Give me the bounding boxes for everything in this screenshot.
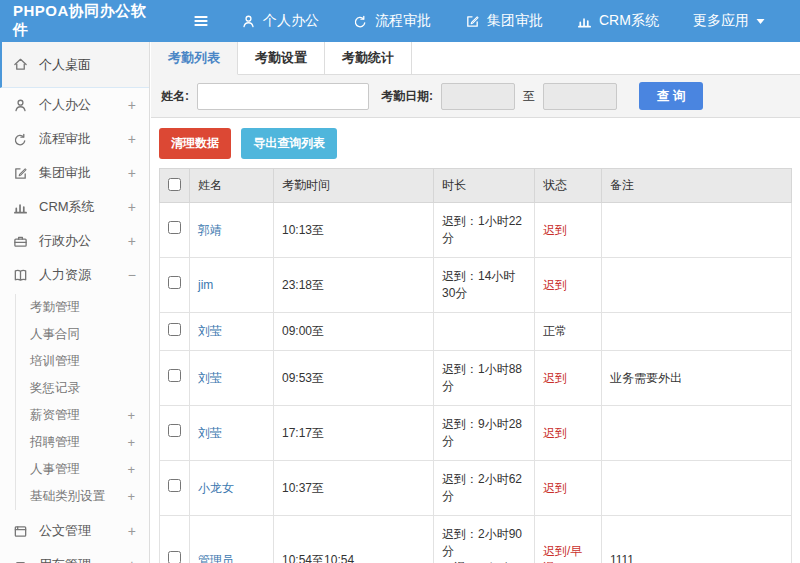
car-icon	[13, 557, 30, 563]
topnav-label: CRM系统	[599, 12, 659, 30]
clear-data-button[interactable]: 清理数据	[159, 128, 231, 159]
sidebar-subitem-label: 招聘管理	[30, 434, 80, 451]
sidebar-subitem-label: 考勤管理	[30, 299, 80, 316]
expand-toggle-icon: +	[128, 165, 136, 181]
expand-toggle-icon: +	[128, 233, 136, 249]
topnav-item-0[interactable]: 个人办公	[224, 0, 336, 42]
column-header: 备注	[602, 169, 792, 203]
table-body: 郭靖10:13至迟到：1小时22分迟到jim23:18至迟到：14小时30分迟到…	[160, 203, 792, 563]
note-cell: 1111	[602, 516, 792, 563]
row-checkbox[interactable]	[168, 221, 181, 234]
book-icon	[13, 267, 30, 283]
tab-1[interactable]: 考勤设置	[238, 42, 325, 74]
home-icon	[13, 57, 30, 73]
status-badge: 迟到	[543, 426, 567, 440]
name-input[interactable]	[197, 83, 369, 110]
sidebar-subitem-2[interactable]: 培训管理	[16, 348, 149, 375]
note-cell: 业务需要外出	[602, 351, 792, 406]
topnav-item-2[interactable]: 集团审批	[448, 0, 560, 42]
sidebar-item-3[interactable]: 集团审批+	[0, 156, 149, 190]
query-button[interactable]: 查 询	[639, 82, 703, 110]
sidebar-item-7[interactable]: 公文管理+	[0, 514, 149, 548]
topnav-label: 更多应用	[693, 12, 749, 30]
employee-name-link[interactable]: 刘莹	[198, 324, 222, 338]
time-cell: 17:17至	[274, 406, 434, 461]
row-checkbox[interactable]	[168, 424, 181, 437]
row-checkbox[interactable]	[168, 369, 181, 382]
tab-0[interactable]: 考勤列表	[151, 42, 238, 75]
row-checkbox[interactable]	[168, 479, 181, 492]
chart-icon	[13, 199, 30, 215]
tab-2[interactable]: 考勤统计	[325, 42, 412, 74]
table-header-row: 姓名考勤时间时长状态备注	[160, 169, 792, 203]
status-badge: 迟到	[543, 278, 567, 292]
row-checkbox[interactable]	[168, 276, 181, 289]
sidebar-subitem-0[interactable]: 考勤管理	[16, 294, 149, 321]
status-cell: 迟到/早退	[535, 516, 602, 563]
table-row: 刘莹09:53至迟到：1小时88分迟到业务需要外出	[160, 351, 792, 406]
topnav-item-1[interactable]: 流程审批	[336, 0, 448, 42]
tab-bar: 考勤列表考勤设置考勤统计	[151, 42, 800, 75]
export-list-button[interactable]: 导出查询列表	[241, 128, 337, 159]
sidebar-subitem-4[interactable]: 薪资管理+	[16, 402, 149, 429]
sidebar-item-label: 集团审批	[39, 164, 91, 182]
sidebar-subitem-1[interactable]: 人事合同	[16, 321, 149, 348]
date-label: 考勤日期:	[381, 88, 433, 105]
note-cell	[602, 313, 792, 351]
sidebar-item-8[interactable]: 用车管理+	[0, 548, 149, 563]
note-cell	[602, 258, 792, 313]
table-row: 郭靖10:13至迟到：1小时22分迟到	[160, 203, 792, 258]
sidebar-item-1[interactable]: 个人办公+	[0, 88, 149, 122]
sidebar-item-5[interactable]: 行政办公+	[0, 224, 149, 258]
sidebar-item-0[interactable]: 个人桌面	[0, 42, 149, 88]
row-checkbox[interactable]	[168, 551, 181, 563]
app-logo: PHPOA协同办公软件	[0, 2, 150, 40]
name-cell: 管理员	[190, 516, 274, 563]
sidebar-subitem-3[interactable]: 奖惩记录	[16, 375, 149, 402]
sidebar-item-label: CRM系统	[39, 198, 95, 216]
date-to-input[interactable]	[543, 83, 617, 110]
name-cell: jim	[190, 258, 274, 313]
employee-name-link[interactable]: 小龙女	[198, 481, 234, 495]
sidebar-item-label: 个人办公	[39, 96, 91, 114]
sidebar-subitem-5[interactable]: 招聘管理+	[16, 429, 149, 456]
sidebar-subitem-7[interactable]: 基础类别设置+	[16, 483, 149, 510]
menu-toggle-icon[interactable]	[192, 12, 210, 30]
row-checkbox[interactable]	[168, 323, 181, 336]
employee-name-link[interactable]: 刘莹	[198, 426, 222, 440]
briefcase-icon	[13, 233, 30, 249]
name-cell: 刘莹	[190, 313, 274, 351]
status-badge: 迟到	[543, 371, 567, 385]
sidebar-item-label: 流程审批	[39, 130, 91, 148]
sidebar-item-6[interactable]: 人力资源−	[0, 258, 149, 292]
employee-name-link[interactable]: jim	[198, 278, 213, 292]
note-cell	[602, 406, 792, 461]
table-row: 小龙女10:37至迟到：2小时62分迟到	[160, 461, 792, 516]
time-cell: 09:00至	[274, 313, 434, 351]
sidebar-item-2[interactable]: 流程审批+	[0, 122, 149, 156]
topnav-item-4[interactable]: 更多应用	[676, 0, 782, 42]
employee-name-link[interactable]: 郭靖	[198, 223, 222, 237]
person-icon	[13, 97, 30, 113]
note-cell	[602, 203, 792, 258]
sidebar-subitem-6[interactable]: 人事管理+	[16, 456, 149, 483]
status-cell: 迟到	[535, 258, 602, 313]
select-all-checkbox[interactable]	[168, 178, 181, 191]
employee-name-link[interactable]: 管理员	[198, 553, 234, 563]
content-area: 清理数据 导出查询列表 姓名考勤时间时长状态备注 郭靖10:13至迟到：1小时2…	[151, 118, 800, 563]
time-cell: 10:37至	[274, 461, 434, 516]
status-cell: 迟到	[535, 203, 602, 258]
sidebar-item-4[interactable]: CRM系统+	[0, 190, 149, 224]
topnav-item-3[interactable]: CRM系统	[560, 0, 676, 42]
sidebar-subitem-label: 奖惩记录	[30, 380, 80, 397]
employee-name-link[interactable]: 刘莹	[198, 371, 222, 385]
expand-toggle-icon: +	[128, 199, 136, 215]
sidebar-item-label: 公文管理	[39, 522, 91, 540]
date-from-input[interactable]	[441, 83, 515, 110]
expand-toggle-icon: +	[127, 408, 135, 423]
status-badge: 迟到	[543, 481, 567, 495]
topbar-nav: 个人办公流程审批集团审批CRM系统更多应用	[224, 0, 782, 42]
topnav-label: 集团审批	[487, 12, 543, 30]
chart-icon	[577, 14, 592, 29]
table-row: jim23:18至迟到：14小时30分迟到	[160, 258, 792, 313]
